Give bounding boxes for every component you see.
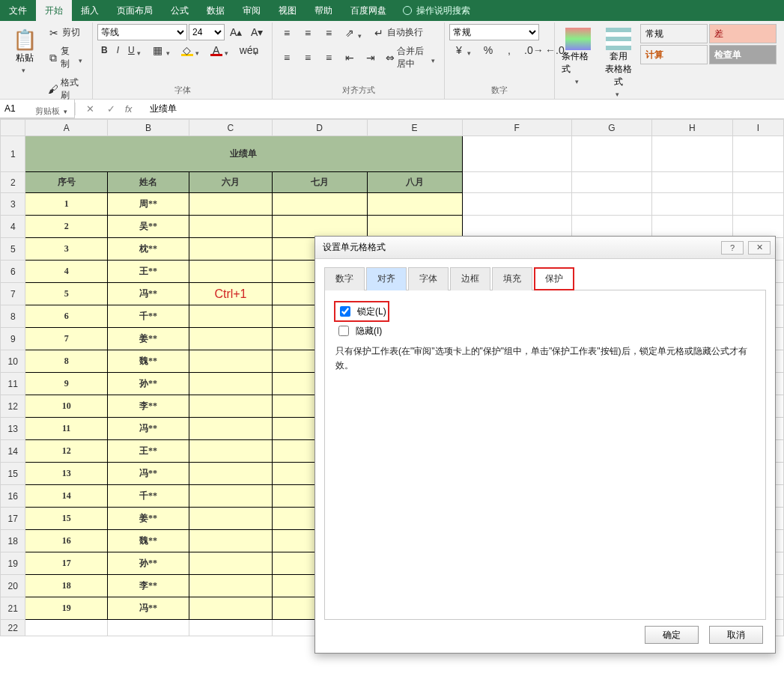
dialog-tab-数字[interactable]: 数字 <box>324 267 365 290</box>
lock-checkbox-row[interactable]: 锁定(L) <box>335 302 388 320</box>
menu-tab-审阅[interactable]: 审阅 <box>234 0 270 21</box>
table-blank-cell[interactable] <box>189 597 272 620</box>
row-header-12[interactable]: 12 <box>1 395 25 418</box>
copy-button[interactable]: ⧉ 复制 <box>44 43 88 73</box>
cell[interactable] <box>462 172 571 193</box>
table-blank-cell[interactable] <box>189 373 272 395</box>
table-blank-cell[interactable] <box>189 238 272 261</box>
row-header-20[interactable]: 20 <box>1 575 25 597</box>
table-seq-cell[interactable]: 5 <box>25 283 107 305</box>
row-header-21[interactable]: 21 <box>1 597 25 620</box>
table-name-cell[interactable]: 魏** <box>107 530 189 552</box>
table-name-cell[interactable]: 冯** <box>107 418 189 440</box>
menu-tab-页面布局[interactable]: 页面布局 <box>108 0 162 21</box>
table-seq-cell[interactable]: 3 <box>25 238 107 261</box>
fx-icon[interactable]: fx <box>125 104 132 115</box>
table-blank-cell[interactable] <box>189 261 272 283</box>
name-box[interactable]: A1 <box>0 100 75 118</box>
font-name-combo[interactable]: 等线 <box>97 24 187 40</box>
column-header-E[interactable]: E <box>367 120 462 136</box>
table-seq-cell[interactable]: 4 <box>25 261 107 283</box>
table-blank-cell[interactable] <box>367 193 462 216</box>
table-name-cell[interactable]: 姜** <box>107 508 189 530</box>
table-seq-cell[interactable]: 10 <box>25 395 107 418</box>
hide-checkbox-row[interactable]: 隐藏(I) <box>335 323 755 338</box>
percent-button[interactable]: % <box>478 42 498 58</box>
table-name-cell[interactable]: 冯** <box>107 463 189 485</box>
align-middle-button[interactable]: ≡ <box>298 25 317 41</box>
dialog-help-button[interactable]: ? <box>721 241 744 255</box>
table-name-cell[interactable]: 千** <box>107 485 189 508</box>
table-seq-cell[interactable]: 15 <box>25 508 107 530</box>
table-name-cell[interactable]: 姜** <box>107 328 189 350</box>
hide-checkbox[interactable] <box>338 326 349 336</box>
fill-color-button[interactable]: ◇ <box>177 42 205 58</box>
formula-value[interactable]: 业绩单 <box>139 103 177 115</box>
row-header-19[interactable]: 19 <box>1 552 25 575</box>
format-as-table-button[interactable]: 套用 表格格式 <box>600 24 637 98</box>
italic-button[interactable]: I <box>113 43 123 58</box>
decrease-indent-button[interactable]: ⇤ <box>340 49 359 66</box>
dialog-tab-保护[interactable]: 保护 <box>534 267 574 290</box>
menu-tab-帮助[interactable]: 帮助 <box>306 0 341 21</box>
dialog-tab-边框[interactable]: 边框 <box>450 267 490 290</box>
column-header-A[interactable]: A <box>25 120 107 136</box>
dialog-ok-button[interactable]: 确定 <box>645 626 699 644</box>
table-name-cell[interactable]: 吴** <box>107 216 189 238</box>
row-header-15[interactable]: 15 <box>1 463 25 485</box>
sheet-title-cell[interactable]: 业绩单 <box>25 136 462 172</box>
row-header-17[interactable]: 17 <box>1 508 25 530</box>
dialog-tab-字体[interactable]: 字体 <box>408 267 449 290</box>
table-name-cell[interactable]: 魏** <box>107 350 189 373</box>
font-size-combo[interactable]: 24 <box>189 24 225 40</box>
merge-center-button[interactable]: ⇔合并后居中 <box>382 43 440 73</box>
align-center-button[interactable]: ≡ <box>298 49 317 66</box>
cell[interactable] <box>732 193 783 216</box>
cell[interactable] <box>571 172 651 193</box>
row-header-18[interactable]: 18 <box>1 530 25 552</box>
row-header-1[interactable]: 1 <box>1 136 25 172</box>
table-seq-cell[interactable]: 1 <box>25 193 107 216</box>
row-header-11[interactable]: 11 <box>1 373 25 395</box>
table-blank-cell[interactable] <box>189 328 272 350</box>
comma-button[interactable]: , <box>499 42 519 58</box>
table-blank-cell[interactable] <box>189 193 272 216</box>
cell[interactable] <box>462 136 571 172</box>
shortcut-overlay[interactable]: Ctrl+1 <box>189 283 272 305</box>
table-name-cell[interactable]: 李** <box>107 575 189 597</box>
cell[interactable] <box>732 136 783 172</box>
table-seq-cell[interactable]: 11 <box>25 418 107 440</box>
table-seq-cell[interactable]: 7 <box>25 328 107 350</box>
menu-tab-公式[interactable]: 公式 <box>162 0 198 21</box>
table-blank-cell[interactable] <box>189 575 272 597</box>
table-name-cell[interactable]: 孙** <box>107 373 189 395</box>
column-header-D[interactable]: D <box>272 120 367 136</box>
row-header-16[interactable]: 16 <box>1 485 25 508</box>
row-header-8[interactable]: 8 <box>1 305 25 328</box>
lock-checkbox[interactable] <box>340 306 350 317</box>
table-seq-cell[interactable]: 17 <box>25 552 107 575</box>
cell[interactable] <box>571 136 651 172</box>
column-header-H[interactable]: H <box>652 120 732 136</box>
table-header-cell[interactable]: 八月 <box>367 172 462 193</box>
currency-button[interactable]: ¥ <box>449 42 477 58</box>
table-blank-cell[interactable] <box>189 463 272 485</box>
table-seq-cell[interactable]: 16 <box>25 530 107 552</box>
menu-tab-百度网盘[interactable]: 百度网盘 <box>341 0 395 21</box>
row-header-22[interactable]: 22 <box>1 620 25 636</box>
table-seq-cell[interactable]: 13 <box>25 463 107 485</box>
number-format-combo[interactable]: 常规 <box>449 24 539 40</box>
underline-button[interactable]: U <box>124 43 147 58</box>
table-blank-cell[interactable] <box>189 552 272 575</box>
column-header-I[interactable]: I <box>732 120 783 136</box>
column-header-C[interactable]: C <box>189 120 272 136</box>
table-blank-cell[interactable] <box>189 216 272 238</box>
row-header-10[interactable]: 10 <box>1 350 25 373</box>
align-right-button[interactable]: ≡ <box>319 49 338 66</box>
table-name-cell[interactable]: 冯** <box>107 283 189 305</box>
cell[interactable] <box>732 172 783 193</box>
row-header-9[interactable]: 9 <box>1 328 25 350</box>
table-header-cell[interactable]: 七月 <box>272 172 367 193</box>
table-blank-cell[interactable] <box>189 485 272 508</box>
border-button[interactable]: ▦ <box>148 42 176 58</box>
